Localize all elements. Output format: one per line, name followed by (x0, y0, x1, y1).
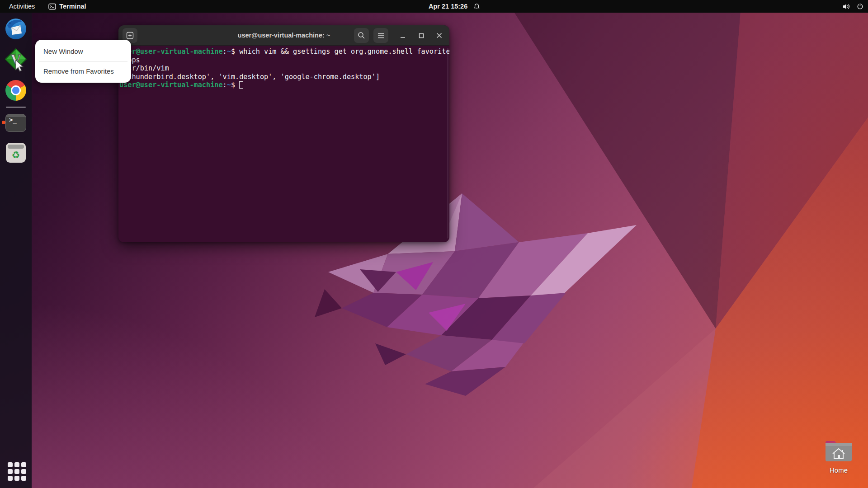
system-status-area[interactable] (843, 0, 863, 13)
show-applications-button[interactable] (8, 462, 26, 481)
terminal-line-prompt: user@user-virtual-machine:~$ (119, 81, 449, 89)
minimize-icon (400, 33, 406, 38)
prompt-path: ~ (227, 47, 231, 56)
dock-context-menu: New Window Remove from Favorites (35, 40, 131, 83)
dock-item-trash[interactable]: ♻ (5, 143, 27, 163)
clock-label: Apr 21 15:26 (429, 3, 467, 10)
prompt-symbol: $ (231, 81, 235, 89)
context-menu-item-new-window[interactable]: New Window (35, 42, 131, 61)
thunderbird-icon (5, 18, 27, 40)
terminal-line-output-favorites: ['thunderbird.desktop', 'vim.desktop', '… (119, 73, 449, 81)
prompt-path: ~ (227, 81, 231, 89)
top-bar: Activities Terminal Apr 21 15:26 (0, 0, 868, 13)
terminal-content[interactable]: user@user-virtual-machine:~$ which vim &… (118, 46, 449, 89)
desktop: Home user@user-virtual-machine: ~ (0, 0, 868, 488)
volume-icon (843, 3, 850, 10)
terminal-cursor (239, 81, 243, 89)
notification-bell-icon (473, 3, 480, 10)
focused-app-label: Terminal (59, 3, 86, 10)
context-menu-item-remove-favorites[interactable]: Remove from Favorites (35, 62, 131, 80)
dock-item-thunderbird[interactable] (5, 18, 27, 40)
prompt-user-host: user@user-virtual-machine (119, 47, 223, 56)
home-folder-icon (825, 439, 853, 463)
focused-app-indicator[interactable]: Terminal (44, 0, 90, 13)
recycle-glyph: ♻ (6, 149, 26, 161)
hamburger-menu-icon (377, 33, 385, 39)
prompt-separator: : (223, 47, 227, 56)
dock: V >_ ♻ (0, 13, 32, 488)
terminal-app-icon: >_ (5, 114, 26, 132)
typed-command: which vim && gsettings get org.gnome.she… (235, 47, 449, 56)
power-icon (857, 3, 863, 10)
terminal-line-command-wrap: -apps (119, 56, 449, 65)
new-tab-icon (126, 32, 134, 39)
prompt-separator: : (223, 81, 227, 89)
terminal-line-output-vim-path: /usr/bin/vim (119, 64, 449, 73)
minimize-button[interactable] (395, 28, 410, 43)
terminal-window: user@user-virtual-machine: ~ (118, 25, 449, 242)
trash-lid (8, 145, 24, 149)
terminal-running-indicator (2, 121, 5, 124)
terminal-app-icon-small (48, 3, 56, 10)
maximize-button[interactable] (414, 28, 429, 43)
maximize-icon (419, 33, 424, 38)
trash-icon: ♻ (6, 143, 26, 163)
chrome-icon (5, 80, 26, 101)
context-menu-separator (39, 61, 127, 61)
prompt-user-host: user@user-virtual-machine (119, 81, 223, 89)
terminal-titlebar[interactable]: user@user-virtual-machine: ~ (118, 25, 449, 46)
prompt-symbol: $ (231, 47, 235, 56)
dock-item-chrome[interactable] (5, 80, 27, 101)
dock-divider (6, 107, 26, 108)
dock-item-terminal[interactable]: >_ (5, 114, 27, 132)
terminal-scrollbar[interactable] (447, 48, 448, 239)
close-button[interactable] (432, 28, 447, 43)
mouse-cursor (15, 60, 26, 74)
menu-button[interactable] (373, 28, 388, 43)
search-button[interactable] (354, 28, 369, 43)
close-icon (436, 33, 442, 38)
home-folder-shortcut[interactable]: Home (821, 439, 857, 474)
home-folder-label: Home (821, 466, 857, 474)
search-icon (358, 32, 365, 39)
clock-menu[interactable]: Apr 21 15:26 (429, 0, 480, 13)
terminal-line-command: user@user-virtual-machine:~$ which vim &… (119, 47, 449, 56)
activities-button[interactable]: Activities (0, 0, 44, 13)
